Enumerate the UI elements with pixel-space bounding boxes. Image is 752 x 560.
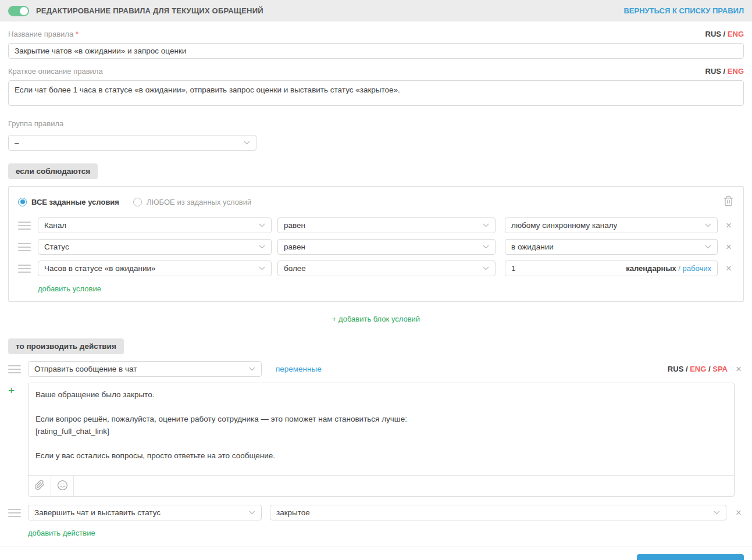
- chevron-down-icon: [483, 223, 489, 227]
- chevron-down-icon: [244, 141, 250, 145]
- condition-operator-select[interactable]: равен: [277, 217, 496, 233]
- footer-bar: Последнее редактирование (Мария Семенова…: [0, 547, 752, 560]
- condition-operator-select[interactable]: равен: [277, 239, 496, 255]
- add-conditions-block-link[interactable]: + добавить блок условий: [332, 315, 420, 323]
- condition-field-select[interactable]: Статус: [38, 239, 272, 255]
- status-value: закрытое: [276, 508, 310, 517]
- chevron-down-icon: [714, 511, 720, 515]
- lang-separator: /: [724, 30, 726, 38]
- condition-operator-value: более: [284, 264, 306, 273]
- paperclip-icon: [34, 480, 45, 492]
- required-asterisk: *: [76, 30, 79, 38]
- action-row-set-status: Завершить чат и выставить статус закрыто…: [8, 505, 744, 520]
- action-type-select[interactable]: Завершить чат и выставить статус: [28, 505, 262, 520]
- radio-unselected-icon: [133, 198, 142, 206]
- rule-group-select[interactable]: –: [8, 135, 256, 151]
- chevron-down-icon: [259, 245, 265, 249]
- save-button[interactable]: Сохранить изменения: [637, 554, 744, 560]
- rule-name-label: Название правила *: [8, 30, 79, 38]
- lang-eng-tab[interactable]: ENG: [690, 365, 706, 373]
- message-composer: Ваше обращение было закрыто. Если вопрос…: [28, 383, 735, 497]
- rule-group-value: –: [15, 138, 19, 147]
- condition-value-select[interactable]: любому синхронному каналу: [505, 217, 718, 233]
- lang-rus-tab[interactable]: RUS: [705, 67, 721, 76]
- action-type-value: Отправить сообщение в чат: [34, 365, 137, 373]
- action-type-select[interactable]: Отправить сообщение в чат: [28, 361, 262, 377]
- radio-any-condition[interactable]: ЛЮБОЕ из заданных условий: [133, 198, 251, 206]
- trash-icon: [723, 195, 734, 208]
- rule-enabled-toggle[interactable]: [8, 6, 29, 16]
- toggle-knob: [20, 7, 28, 15]
- page-title: РЕДАКТИРОВАНИЕ ПРАВИЛА ДЛЯ ТЕКУЩИХ ОБРАЩ…: [36, 6, 263, 15]
- condition-row: Статус равен в ожидании ×: [18, 239, 734, 255]
- remove-action-button[interactable]: ×: [733, 508, 744, 518]
- lang-rus-tab[interactable]: RUS: [668, 365, 683, 373]
- conditions-block: ВСЕ заданные условия ЛЮБОЕ из заданных у…: [8, 186, 744, 302]
- lang-eng-tab[interactable]: ENG: [728, 67, 744, 76]
- actions-section-badge: то производить действия: [8, 338, 124, 354]
- header-bar: РЕДАКТИРОВАНИЕ ПРАВИЛА ДЛЯ ТЕКУЩИХ ОБРАЩ…: [0, 0, 752, 22]
- message-text-area[interactable]: Ваше обращение было закрыто. Если вопрос…: [28, 383, 734, 475]
- add-action-link[interactable]: добавить действие: [28, 529, 95, 537]
- rule-description-label: Краткое описание правила: [8, 67, 103, 76]
- rule-name-input[interactable]: [8, 43, 744, 59]
- radio-all-label: ВСЕ заданные условия: [31, 198, 119, 206]
- condition-operator-value: равен: [284, 221, 305, 230]
- delete-conditions-block-button[interactable]: [723, 195, 734, 208]
- unit-separator: /: [678, 264, 680, 273]
- drag-handle-icon[interactable]: [8, 365, 21, 373]
- variables-link[interactable]: переменные: [276, 365, 322, 373]
- smiley-icon: [57, 480, 68, 493]
- rule-description-lang-switch: RUS / ENG: [705, 67, 744, 76]
- emoji-button[interactable]: [51, 476, 74, 496]
- drag-handle-icon[interactable]: [18, 265, 31, 273]
- remove-condition-button[interactable]: ×: [724, 263, 734, 273]
- remove-action-button[interactable]: ×: [733, 364, 744, 374]
- hours-count-input[interactable]: [511, 264, 626, 273]
- condition-value: любому синхронному каналу: [511, 221, 617, 230]
- drag-handle-icon[interactable]: [18, 222, 31, 230]
- conditions-section-badge: если соблюдаются: [8, 163, 98, 179]
- unit-calendar-option[interactable]: календарных: [626, 264, 676, 273]
- lang-spa-tab[interactable]: SPA: [712, 365, 728, 373]
- lang-rus-tab[interactable]: RUS: [705, 30, 721, 38]
- drag-handle-icon[interactable]: [8, 509, 21, 517]
- rule-description-textarea[interactable]: Если чат более 1 часа в статусе «в ожида…: [8, 80, 744, 106]
- remove-condition-button[interactable]: ×: [724, 220, 734, 230]
- chevron-down-icon: [483, 245, 489, 249]
- condition-row: Канал равен любому синхронному каналу ×: [18, 217, 734, 233]
- composer-toolbar: [28, 475, 734, 496]
- chevron-down-icon: [705, 245, 711, 249]
- message-lang-switch: RUS / ENG / SPA: [668, 365, 728, 373]
- chevron-down-icon: [259, 223, 265, 227]
- attach-file-button[interactable]: [28, 476, 51, 496]
- add-icon[interactable]: +: [8, 384, 15, 397]
- condition-operator-select[interactable]: более: [277, 261, 496, 276]
- action-row-send-message: Отправить сообщение в чат переменные RUS…: [8, 361, 744, 377]
- action-type-value: Завершить чат и выставить статус: [34, 508, 161, 517]
- rule-name-lang-switch: RUS / ENG: [705, 30, 744, 38]
- condition-value: в ожидании: [511, 242, 554, 251]
- lang-separator: /: [708, 365, 711, 373]
- status-value-select[interactable]: закрытое: [270, 505, 726, 520]
- condition-field-value: Часов в статусе «в ожидании»: [44, 264, 156, 273]
- chevron-down-icon: [705, 223, 711, 227]
- condition-field-select[interactable]: Часов в статусе «в ожидании»: [38, 261, 272, 276]
- remove-condition-button[interactable]: ×: [724, 242, 734, 252]
- drag-handle-icon[interactable]: [18, 243, 31, 251]
- condition-field-select[interactable]: Канал: [38, 217, 272, 233]
- radio-all-conditions[interactable]: ВСЕ заданные условия: [18, 198, 119, 206]
- chevron-down-icon: [483, 266, 489, 270]
- back-to-rules-link[interactable]: ВЕРНУТЬСЯ К СПИСКУ ПРАВИЛ: [623, 6, 744, 15]
- chevron-down-icon: [249, 511, 255, 515]
- condition-field-value: Статус: [44, 242, 69, 251]
- condition-operator-value: равен: [284, 242, 305, 251]
- lang-eng-tab[interactable]: ENG: [728, 30, 744, 38]
- condition-value-select[interactable]: в ожидании: [505, 239, 718, 255]
- condition-row: Часов в статусе «в ожидании» более кален…: [18, 261, 734, 276]
- condition-hours-value-cell: календарных / рабочих: [505, 261, 718, 276]
- add-condition-link[interactable]: добавить условие: [38, 284, 101, 293]
- chevron-down-icon: [249, 367, 255, 371]
- unit-working-option[interactable]: рабочих: [683, 264, 711, 273]
- condition-field-value: Канал: [44, 221, 66, 230]
